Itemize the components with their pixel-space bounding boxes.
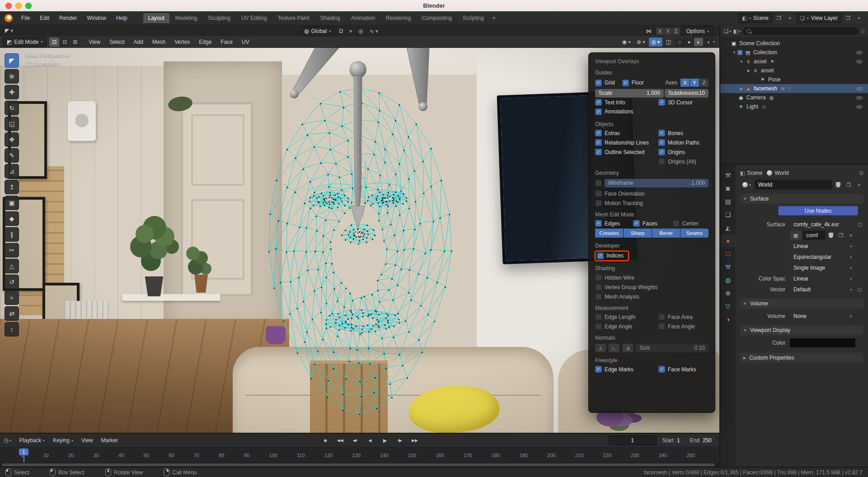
properties-tab-object-data[interactable]: ▽ bbox=[720, 299, 736, 313]
vertex-normals-button[interactable]: ⊥ bbox=[595, 344, 606, 352]
tool-cursor-3d[interactable]: ⊕ bbox=[5, 69, 19, 84]
overlay-checkbox[interactable]: Vertex Group Weights bbox=[595, 284, 708, 290]
snap-toggle-button[interactable]: Ω bbox=[337, 27, 345, 36]
outliner-row[interactable]: ▣ Scene Collection bbox=[720, 39, 868, 48]
viewport-display-section-header[interactable]: ▼ Viewport Display bbox=[740, 325, 863, 335]
overlay-checkbox[interactable]: Center bbox=[673, 220, 708, 227]
workspace-tab[interactable]: Sculpting bbox=[203, 13, 235, 23]
workspace-tab[interactable]: Shading bbox=[315, 13, 345, 23]
breadcrumb-world[interactable]: World bbox=[767, 170, 788, 176]
display-mode-button[interactable]: ◧ ▾ bbox=[733, 28, 741, 34]
add-workspace-button[interactable]: + bbox=[489, 14, 499, 22]
remove-view-layer-button[interactable]: × bbox=[854, 14, 863, 23]
tool-move[interactable]: ✚ bbox=[5, 85, 19, 99]
gizmos-dropdown[interactable]: ⊕ ▾ bbox=[634, 37, 647, 47]
axis-toggle[interactable]: Y bbox=[690, 79, 699, 87]
overlay-checkbox[interactable]: Edge Marks bbox=[595, 366, 658, 373]
xray-toggle-button[interactable]: ◫ bbox=[664, 37, 673, 47]
delete-scene-button[interactable]: × bbox=[785, 14, 794, 23]
overlay-checkbox[interactable]: Bones bbox=[658, 130, 708, 136]
property-widget[interactable]: ▦ Equirectangular ▾ ❐ × bbox=[790, 253, 855, 262]
overlay-checkbox[interactable]: Origins (All) bbox=[658, 158, 708, 165]
overlay-checkbox[interactable]: Edge Length bbox=[595, 313, 658, 320]
annotations-checkbox[interactable]: Annotations bbox=[595, 108, 633, 115]
snap-settings-dropdown[interactable]: ▾ bbox=[347, 27, 354, 36]
transport-play-reverse[interactable]: ◀ bbox=[363, 436, 377, 445]
tool-shrink-fatten[interactable]: ↕ bbox=[5, 322, 19, 337]
properties-tab-object[interactable]: □ bbox=[720, 247, 736, 260]
menubar-item[interactable]: Edit bbox=[36, 14, 53, 23]
menubar-item[interactable]: File bbox=[17, 14, 34, 23]
grid-subdivisions-slider[interactable]: Subdivisions10 bbox=[665, 89, 708, 98]
overlay-checkbox[interactable]: Extras bbox=[595, 130, 658, 136]
outliner-row[interactable]: ▶ ▲ facemesh ⚒ ▽ bbox=[720, 84, 868, 93]
add-view-layer-button[interactable]: ❐ bbox=[844, 14, 853, 23]
viewport-color-swatch[interactable] bbox=[790, 338, 855, 347]
overlay-checkbox[interactable]: Face Angle bbox=[658, 323, 708, 330]
floor-checkbox[interactable]: Floor bbox=[622, 80, 644, 86]
shading-wireframe-button[interactable]: ○ bbox=[675, 38, 684, 46]
properties-tab-world[interactable]: ● bbox=[720, 234, 736, 247]
overlays-dropdown[interactable]: ◎ ▾ bbox=[649, 37, 662, 47]
grid-checkbox[interactable]: Grid bbox=[595, 80, 615, 86]
viewport-menu[interactable]: UV bbox=[238, 37, 253, 47]
outliner-row[interactable]: ☀ Light ⊙ bbox=[720, 102, 868, 111]
editor-type-button[interactable]: ◷ ▾ bbox=[4, 437, 12, 444]
workspace-tab[interactable]: Rendering bbox=[381, 13, 416, 23]
axis-toggle[interactable]: X bbox=[680, 79, 690, 87]
menubar-item[interactable]: Render bbox=[55, 14, 81, 23]
collection-checkbox[interactable] bbox=[737, 50, 742, 55]
overlay-checkbox[interactable]: Outline Selected bbox=[595, 149, 658, 155]
viewport-menu[interactable]: Vertex bbox=[170, 37, 194, 47]
properties-tab-modifiers[interactable]: ⚒ bbox=[720, 260, 736, 273]
viewport-menu[interactable]: View bbox=[84, 37, 104, 47]
mode-dropdown[interactable]: ◩ Edit Mode ▾ bbox=[3, 37, 47, 47]
overlay-checkbox[interactable]: Mesh Analysis bbox=[595, 293, 708, 300]
properties-tab-render[interactable]: ◙ bbox=[720, 182, 736, 195]
visibility-eye-icon[interactable] bbox=[856, 50, 863, 56]
timeline-ruler[interactable]: 1102030405060708090100110120130140150160… bbox=[0, 447, 719, 463]
transport-next-keyframe[interactable]: •▶ bbox=[393, 436, 407, 445]
timeline-menu[interactable]: Playback ▾ bbox=[16, 436, 48, 444]
use-nodes-button[interactable]: Use Nodes bbox=[778, 206, 858, 215]
properties-tab-constraints[interactable]: ⊗ bbox=[720, 286, 736, 299]
shading-rendered-button[interactable]: ◑ bbox=[704, 38, 713, 46]
active-tool-button[interactable]: ◤ ▾ bbox=[3, 26, 15, 35]
property-widget[interactable]: ▦ Linear ▾ ❐ × bbox=[790, 242, 855, 251]
viewport-menu[interactable]: Face bbox=[216, 37, 237, 47]
search-input[interactable] bbox=[743, 27, 859, 35]
start-frame-field[interactable]: Start 1 bbox=[658, 436, 684, 445]
overlay-checkbox[interactable]: Edges bbox=[595, 220, 633, 227]
shading-solid-button[interactable]: ● bbox=[685, 38, 694, 46]
current-frame-field[interactable]: 1 bbox=[609, 435, 657, 445]
workspace-tab[interactable]: Animation bbox=[346, 13, 380, 23]
zoom-window-button[interactable] bbox=[25, 3, 32, 9]
transform-orientation-dropdown[interactable]: ◍ Global ▾ bbox=[300, 26, 335, 36]
animate-dot[interactable] bbox=[858, 288, 862, 292]
transport-play[interactable]: ▶ bbox=[378, 436, 392, 445]
tool-extrude-region[interactable]: ↥ bbox=[5, 180, 19, 194]
edge-mark-button[interactable]: Bevel bbox=[652, 229, 680, 238]
unlink-button[interactable]: × bbox=[846, 231, 855, 240]
visibility-dropdown[interactable]: ◉ ▾ bbox=[620, 37, 633, 47]
blender-logo-icon[interactable] bbox=[5, 14, 13, 22]
tool-measure[interactable]: ⊿ bbox=[5, 164, 19, 178]
property-widget[interactable]: ▦ comfy_cafe_4k.exr ▾ ❐ × bbox=[790, 220, 855, 229]
overlay-checkbox[interactable]: Motion Tracking bbox=[595, 200, 708, 206]
workspace-tab[interactable]: Texture Paint bbox=[273, 13, 314, 23]
shading-material-button[interactable]: ◐ bbox=[694, 38, 703, 46]
viewport-menu[interactable]: Edge bbox=[195, 37, 216, 47]
indices-checkbox[interactable]: Indices bbox=[596, 252, 628, 260]
copy-button[interactable]: ❐ bbox=[836, 231, 845, 240]
property-widget[interactable]: ▦ comf ▾ ❐ × bbox=[790, 231, 855, 240]
overlay-checkbox[interactable]: Text Info bbox=[595, 99, 658, 106]
properties-tab-scene[interactable]: ◭ bbox=[720, 221, 736, 234]
world-name-field[interactable]: World bbox=[755, 180, 832, 190]
menubar-item[interactable]: Window bbox=[83, 14, 110, 23]
transport-jump-to-end[interactable]: ▶▶ bbox=[408, 436, 422, 445]
viewport-menu[interactable]: Add bbox=[130, 37, 147, 47]
viewport-menu[interactable]: Select bbox=[105, 37, 128, 47]
properties-tab-physics[interactable]: ◍ bbox=[720, 273, 736, 286]
workspace-tab[interactable]: Modeling bbox=[170, 13, 202, 23]
custom-properties-section-header[interactable]: ▶ Custom Properties bbox=[740, 353, 863, 363]
